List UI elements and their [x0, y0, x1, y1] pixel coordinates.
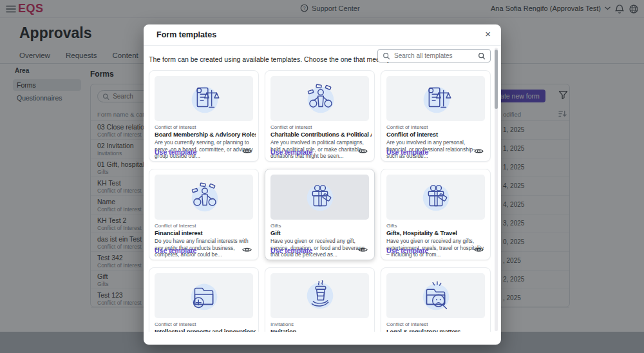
use-template-button[interactable]: Use template — [270, 148, 312, 156]
modal-title: Form templates — [156, 30, 216, 39]
template-category: Gifts — [386, 223, 397, 229]
use-template-button[interactable]: Use template — [386, 247, 428, 254]
template-title: Intellectual property and innovations — [155, 328, 256, 332]
template-category: Gifts — [270, 223, 281, 229]
gift-box-icon — [270, 175, 369, 220]
preview-eye-icon[interactable] — [358, 246, 368, 254]
preview-eye-icon[interactable] — [474, 246, 484, 254]
folder-plus-icon — [155, 273, 253, 318]
template-title: Conflict of interest — [386, 131, 488, 138]
template-search-field[interactable] — [394, 52, 474, 59]
template-card: Conflict of InterestFinancial interestDo… — [149, 169, 259, 260]
template-title: Board Membership & Advisory Roles — [155, 131, 256, 138]
template-card: Conflict of InterestBoard Membership & A… — [149, 70, 259, 162]
template-category: Conflict of Interest — [386, 124, 428, 130]
close-icon[interactable]: × — [485, 28, 491, 40]
template-title: Financial interest — [155, 229, 256, 236]
template-title: Gifts, Hospitality & Travel — [386, 229, 488, 236]
use-template-button[interactable]: Use template — [155, 247, 196, 254]
use-template-button[interactable]: Use template — [155, 148, 196, 156]
modal-header: Form templates × — [144, 24, 501, 46]
preview-eye-icon[interactable] — [474, 148, 484, 155]
template-card: Conflict of InterestIntellectual propert… — [149, 267, 259, 332]
template-category: Invitations — [270, 321, 294, 327]
use-template-button[interactable]: Use template — [270, 247, 312, 254]
template-category: Conflict of Interest — [386, 321, 428, 327]
modal-scrollbar-thumb[interactable] — [495, 50, 498, 109]
template-category: Conflict of Interest — [270, 124, 312, 130]
template-category: Conflict of Interest — [155, 321, 196, 327]
gift-box-icon — [386, 175, 485, 220]
coffee-hand-icon — [270, 273, 369, 318]
certificate-scales-icon — [386, 76, 485, 121]
template-card: InvitationsInvitationHave you given or r… — [265, 267, 375, 332]
modal-scrollbar[interactable] — [495, 48, 498, 331]
form-templates-modal: Form templates × The form can be created… — [144, 24, 501, 345]
template-category: Conflict of Interest — [155, 223, 196, 229]
preview-eye-icon[interactable] — [242, 246, 252, 254]
template-title: Charitable Contributions & Political Act… — [270, 131, 372, 138]
template-card: Conflict of InterestConflict of interest… — [381, 70, 491, 162]
template-title: Gift — [270, 229, 372, 236]
search-icon — [383, 52, 390, 60]
template-card: GiftsGiftHave you given or received any … — [265, 169, 375, 260]
template-title: Invitation — [270, 328, 372, 332]
folder-search-icon — [386, 273, 485, 318]
template-card: GiftsGifts, Hospitality & TravelHave you… — [381, 169, 491, 260]
preview-eye-icon[interactable] — [242, 148, 252, 155]
template-category: Conflict of Interest — [155, 124, 196, 130]
money-person-icon — [155, 175, 253, 220]
preview-eye-icon[interactable] — [358, 148, 368, 155]
money-person-icon — [270, 76, 369, 121]
use-template-button[interactable]: Use template — [386, 148, 428, 156]
template-card: Conflict of InterestCharitable Contribut… — [265, 70, 375, 162]
template-title: Legal & regulatory matters — [386, 328, 488, 332]
template-search-input[interactable] — [377, 49, 491, 62]
certificate-scales-icon — [155, 76, 253, 121]
template-card: Conflict of InterestLegal & regulatory m… — [381, 267, 491, 332]
search-icon[interactable] — [478, 52, 486, 60]
